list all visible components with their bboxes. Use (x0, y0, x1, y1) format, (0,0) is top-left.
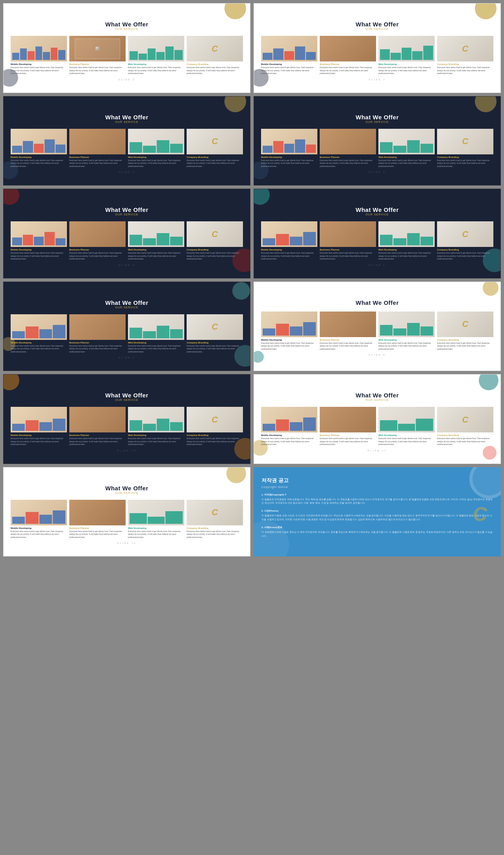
service-desc: Everyone here works hard to get clients … (11, 252, 67, 261)
service-label: Company Branding (187, 434, 243, 436)
bar (290, 326, 302, 336)
service-item-web: Web Developing Everyone here works hard … (128, 500, 184, 539)
bar (284, 51, 294, 60)
service-img: C (187, 500, 243, 525)
service-desc: Everyone here works hard to get clients … (261, 342, 317, 351)
corner-decoration-tl (261, 382, 266, 387)
bar (34, 144, 44, 153)
service-item-web: Web Developing Everyone here works hard … (378, 407, 435, 446)
service-img-web (128, 129, 184, 154)
service-item-web: Web Developing Everyone here works hard … (378, 312, 435, 351)
service-img: C (437, 221, 493, 247)
slide-title: What We Offer (261, 114, 493, 121)
copyright-text-2: 이 템플릿에 사용된 모든 사진은 각 사진의 저작권자에게 귀속됩니다. 무단… (261, 514, 493, 522)
service-item-planner: Business Planner Everyone here works har… (320, 407, 376, 446)
slide-subtitle: Our Service (261, 28, 493, 30)
service-item-branding: C Company Branding Everyone here works h… (187, 129, 243, 168)
service-img-branding: C (187, 36, 243, 61)
slide-number: SLIDE 3 (261, 78, 493, 81)
service-item-mobile: Mobile Developing Everyone here works ha… (11, 36, 67, 75)
bar (393, 328, 406, 336)
service-label: Company Branding (437, 339, 493, 341)
brand-logo: C (212, 415, 218, 425)
service-label-planner: Business Planner (69, 63, 126, 65)
bar (44, 139, 54, 153)
bar (380, 420, 397, 431)
slide-number: SLIDE 7 (261, 264, 493, 266)
service-img (128, 314, 184, 340)
slide-subtitle: Our Service (11, 121, 243, 123)
service-item-planner: Business Planner Everyone here works har… (69, 407, 126, 446)
slide-number: SLIDE 9 (261, 354, 493, 356)
service-label: Web Developing (378, 63, 435, 65)
deco-circle-gold (475, 96, 497, 112)
service-desc: Everyone here works hard to get clients … (320, 159, 376, 168)
bar (39, 422, 52, 431)
services-row: Mobile Developing Everyone here works ha… (11, 221, 243, 261)
copyright-text-3: 이 프레젠테이션에 사용된 폰트는 각 폰트 저작권자에 귀속됩니다. 폰트를 … (261, 530, 493, 538)
service-label: Mobile Developing (261, 434, 317, 436)
corner-decoration-tl (11, 11, 15, 16)
bar (380, 325, 393, 336)
service-label: Web Developing (128, 434, 184, 436)
slide-title: What We Offer (261, 206, 493, 213)
brand-logo: C (462, 136, 469, 147)
bar (423, 46, 433, 60)
bar (157, 326, 169, 338)
bar (170, 329, 183, 338)
service-desc: Everyone here works hard to get clients … (378, 437, 435, 446)
bar (398, 424, 415, 431)
bar (263, 53, 272, 60)
bar (26, 326, 38, 338)
deco-circle (3, 374, 19, 390)
slide-number: SLIDE 4 (11, 171, 243, 173)
service-label: Web Developing (128, 156, 184, 158)
service-desc: Everyone here works hard to get clients … (261, 66, 317, 75)
service-item-planner: Business Planner Everyone here works har… (320, 129, 376, 168)
bar (276, 234, 289, 245)
service-desc: Everyone here works hard to get clients … (11, 159, 67, 168)
brand-logo: C (462, 319, 469, 329)
service-img-planner (69, 221, 126, 247)
service-item-branding: C Company Branding Everyone here works h… (187, 36, 243, 75)
slide-title: What We Offer (261, 299, 493, 306)
service-desc: Everyone here works hard to get clients … (261, 437, 317, 446)
services-row: Mobile Developing Everyone here works ha… (11, 314, 243, 354)
service-label: Company Branding (437, 249, 493, 251)
bar (12, 331, 25, 338)
services-row: Mobile Developing Everyone here works ha… (261, 407, 493, 446)
service-label: Business Planner (69, 341, 126, 344)
bar (12, 424, 25, 431)
service-desc: Everyone here works hard to get clients … (378, 66, 435, 75)
bar (303, 322, 316, 336)
slide-subtitle: Our Service (11, 306, 243, 309)
service-label: Web Developing (128, 249, 184, 251)
slide-7: What We Offer Our Service Mobile Develop… (254, 189, 501, 278)
corner-decoration-br (261, 109, 266, 114)
service-label: Mobile Developing (261, 156, 317, 158)
slide-header: What We Offer Our Service (261, 392, 493, 401)
service-label: Company Branding (187, 249, 243, 251)
corner-decoration-br (261, 295, 266, 299)
bar (380, 49, 390, 60)
deco-circle-gold (224, 3, 246, 19)
service-label: Web Developing (378, 434, 435, 436)
services-row: Mobile Developing Everyone here works ha… (261, 36, 493, 75)
service-label: Mobile Developing (261, 249, 317, 251)
service-label: Business Planner (69, 249, 126, 251)
service-item-planner: Business Planner Everyone here works har… (320, 36, 376, 75)
service-item-mobile: Mobile Developing Everyone here works ha… (11, 407, 67, 446)
bar (407, 140, 420, 153)
bar (26, 512, 38, 523)
service-desc: Everyone here works hard to get clients … (437, 66, 493, 75)
service-item-planner: Business Planner Everyone here works har… (69, 129, 126, 168)
service-img-branding: C (437, 36, 493, 61)
slide-12: What We Offer Our Service Mobile Develop… (3, 467, 250, 557)
bar (421, 144, 433, 153)
service-item-branding: C Company Branding Everyone here works h… (187, 500, 243, 539)
bar (156, 52, 165, 60)
corner-decoration-tl (11, 475, 15, 480)
slide-number: SLIDE 2 (11, 78, 243, 81)
slide-2: What We Offer Our Service Mobil (3, 3, 250, 93)
service-label: Company Branding (437, 156, 493, 158)
